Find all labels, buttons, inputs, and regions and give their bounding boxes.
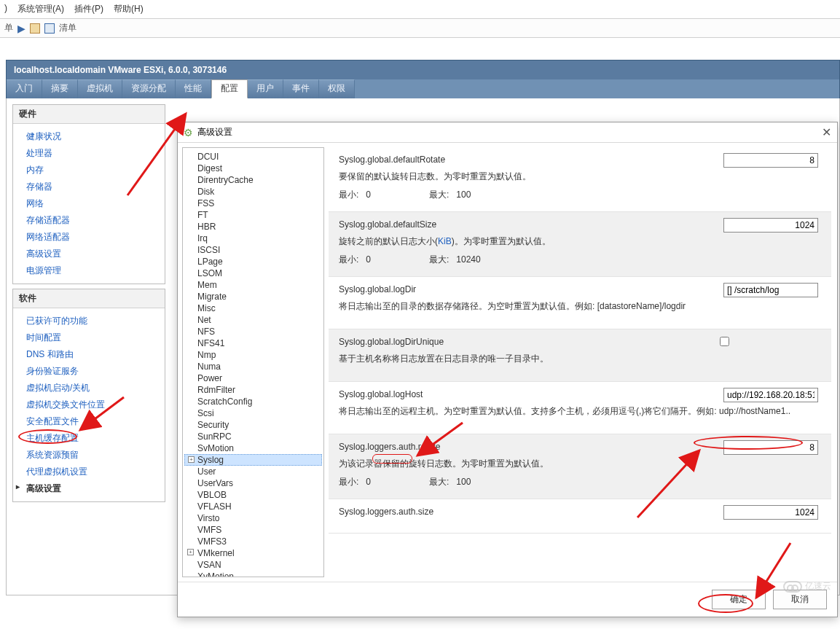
tree-item-label: FT — [197, 210, 208, 220]
sidebar-link-software[interactable]: 虚拟机交换文件位置 — [13, 396, 165, 413]
desc-link[interactable]: KiB — [438, 236, 452, 246]
expand-icon[interactable]: + — [188, 456, 195, 463]
setting-input[interactable] — [723, 505, 818, 520]
dialog-title: 高级设置 — [197, 126, 232, 138]
sidebar-link-software[interactable]: 虚拟机启动/关机 — [13, 380, 165, 396]
tree-item[interactable]: VMFS3 — [184, 536, 322, 547]
tree-item[interactable]: Irq — [184, 233, 322, 244]
tree-item[interactable]: Numa — [184, 361, 322, 372]
tree-item[interactable]: FT — [184, 209, 322, 221]
sidebar-link-software[interactable]: DNS 和路由 — [13, 346, 165, 363]
setting-input[interactable] — [723, 283, 818, 297]
sidebar-link-software[interactable]: 主机缓存配置 — [13, 430, 165, 447]
sidebar-link-hardware[interactable]: 高级设置 — [13, 246, 165, 262]
tree-item[interactable]: Scsi — [184, 407, 322, 419]
menu-plugins[interactable]: 插件(P) — [74, 3, 103, 15]
tab-events[interactable]: 事件 — [283, 79, 319, 98]
tree-item[interactable]: User — [184, 466, 322, 477]
setting-input[interactable] — [723, 388, 818, 402]
sidebar-link-hardware[interactable]: 网络适配器 — [13, 229, 165, 246]
ok-button[interactable]: 确定 — [712, 590, 766, 609]
tree-item[interactable]: ScratchConfig — [184, 396, 322, 407]
tree-item[interactable]: VBLOB — [184, 489, 322, 501]
tree-item[interactable]: HBR — [184, 221, 322, 233]
tree-item[interactable]: VMFS — [184, 524, 322, 536]
sidebar-link-software[interactable]: 系统资源预留 — [13, 447, 165, 464]
tree-item[interactable]: Digest — [184, 163, 322, 174]
settings-pane[interactable]: Syslog.global.defaultRotate要保留的默认旋转日志数。为… — [329, 147, 834, 577]
tree-item[interactable]: VFLASH — [184, 501, 322, 512]
sidebar-link-hardware[interactable]: 处理器 — [13, 145, 165, 162]
tree-item[interactable]: +Syslog — [184, 454, 322, 466]
tree-item[interactable]: SvMotion — [184, 442, 322, 454]
nav-forward-icon[interactable]: ▶ — [17, 23, 25, 34]
tree-item[interactable]: DCUI — [184, 151, 322, 163]
tab-configuration[interactable]: 配置 — [211, 79, 248, 98]
tab-resource-alloc[interactable]: 资源分配 — [122, 79, 176, 98]
menu-system[interactable]: 系统管理(A) — [17, 3, 64, 15]
sidebar-link-hardware[interactable]: 存储适配器 — [13, 212, 165, 229]
tree-item[interactable]: ISCSI — [184, 244, 322, 256]
setting-input[interactable] — [723, 153, 818, 168]
sidebar-link-software[interactable]: 身份验证服务 — [13, 363, 165, 380]
setting-input[interactable] — [723, 218, 818, 233]
close-icon[interactable]: ✕ — [822, 125, 831, 139]
settings-tree[interactable]: DCUIDigestDirentryCacheDiskFSSFTHBRIrqIS… — [182, 147, 324, 577]
tree-item[interactable]: Nmp — [184, 349, 322, 361]
tab-getting-started[interactable]: 入门 — [7, 79, 42, 98]
tab-vms[interactable]: 虚拟机 — [78, 79, 122, 98]
sidebar-link-software[interactable]: 已获许可的功能 — [13, 313, 165, 329]
tab-users[interactable]: 用户 — [248, 79, 283, 98]
tree-item-label: FSS — [197, 198, 214, 208]
home-icon[interactable] — [30, 23, 40, 34]
sidebar-link-software[interactable]: 时间配置 — [13, 329, 165, 346]
tree-item-label: LPage — [197, 257, 223, 267]
tree-item[interactable]: XvMotion — [184, 571, 322, 577]
sidebar-link-hardware[interactable]: 电源管理 — [13, 262, 165, 279]
tree-item[interactable]: +VMkernel — [184, 547, 322, 559]
tree-item[interactable]: VSAN — [184, 559, 322, 571]
sidebar-link-hardware[interactable]: 内存 — [13, 162, 165, 179]
setting-description: 将日志输出至的目录的数据存储路径。为空时重置为默认值。例如: [datastor… — [339, 300, 821, 313]
tree-item[interactable]: Security — [184, 419, 322, 431]
tree-item[interactable]: Misc — [184, 302, 322, 314]
tab-summary[interactable]: 摘要 — [42, 79, 78, 98]
tree-item[interactable]: LSOM — [184, 267, 322, 279]
sidebar-link-hardware[interactable]: 存储器 — [13, 179, 165, 195]
tree-item[interactable]: SunRPC — [184, 431, 322, 442]
tree-item[interactable]: Virsto — [184, 512, 322, 524]
tree-item-label: HBR — [197, 222, 216, 232]
sidebar-link-hardware[interactable]: 健康状况 — [13, 128, 165, 145]
tree-item-label: XvMotion — [197, 571, 234, 577]
tab-permissions[interactable]: 权限 — [319, 79, 355, 98]
inventory-icon[interactable] — [44, 23, 55, 34]
tree-item[interactable]: Net — [184, 314, 322, 326]
setting-checkbox[interactable] — [720, 337, 729, 346]
tree-item[interactable]: Mem — [184, 279, 322, 291]
tree-item[interactable]: NFS — [184, 326, 322, 337]
tab-performance[interactable]: 性能 — [176, 79, 211, 98]
tree-item[interactable]: NFS41 — [184, 337, 322, 349]
sidebar-link-software[interactable]: 安全配置文件 — [13, 413, 165, 430]
tree-item[interactable]: LPage — [184, 256, 322, 267]
tree-item[interactable]: Disk — [184, 186, 322, 198]
inventory-label[interactable]: 清单 — [59, 22, 76, 34]
tree-item[interactable]: Power — [184, 372, 322, 384]
cancel-button[interactable]: 取消 — [773, 590, 827, 609]
setting-input[interactable] — [723, 440, 818, 455]
sidebar-link-hardware[interactable]: 网络 — [13, 195, 165, 212]
tree-item-label: Mem — [197, 280, 217, 290]
tree-item[interactable]: RdmFilter — [184, 384, 322, 396]
menu-help[interactable]: 帮助(H) — [114, 3, 144, 15]
tree-item[interactable]: FSS — [184, 198, 322, 209]
sidebar-link-software[interactable]: 高级设置 — [13, 480, 165, 497]
tree-item[interactable]: Migrate — [184, 291, 322, 302]
setting-description: 将日志输出至的远程主机。为空时重置为默认值。支持多个主机，必须用逗号(,)将它们… — [339, 405, 821, 418]
tree-item[interactable]: DirentryCache — [184, 174, 322, 186]
menu-truncated[interactable]: ) — [4, 3, 7, 15]
sidebar-link-software[interactable]: 代理虚拟机设置 — [13, 464, 165, 480]
tree-item-label: Nmp — [197, 350, 216, 360]
setting-description: 要保留的默认旋转日志数。为零时重置为默认值。 — [339, 171, 821, 183]
expand-icon[interactable]: + — [187, 549, 194, 555]
tree-item[interactable]: UserVars — [184, 477, 322, 489]
